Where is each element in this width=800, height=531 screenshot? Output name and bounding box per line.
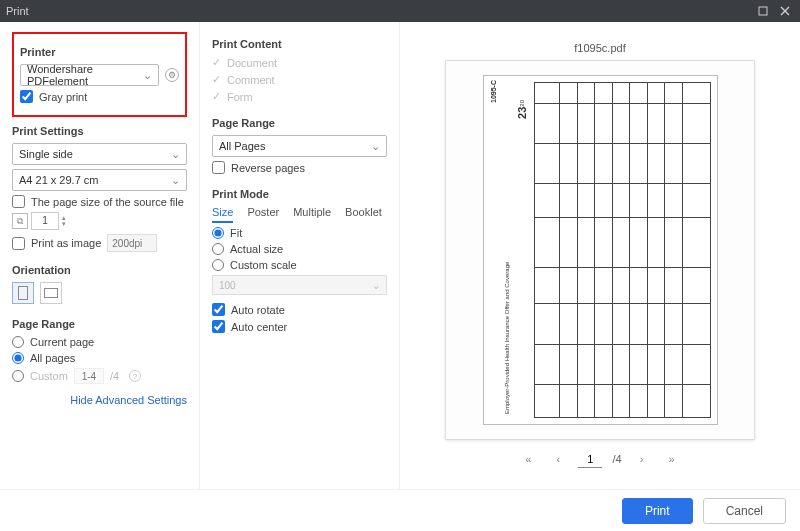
- printer-select[interactable]: Wondershare PDFelement ⌄: [20, 64, 159, 86]
- gray-print-label: Gray print: [39, 91, 87, 103]
- page-range-right-heading: Page Range: [212, 117, 387, 129]
- current-page-radio[interactable]: [12, 336, 24, 348]
- current-page-label: Current page: [30, 336, 94, 348]
- title-bar: Print: [0, 0, 800, 22]
- print-as-image-checkbox[interactable]: [12, 237, 25, 250]
- custom-range-label: Custom: [30, 370, 68, 382]
- preview-grid: [534, 82, 711, 418]
- print-settings-heading: Print Settings: [12, 125, 187, 137]
- fit-label: Fit: [230, 227, 242, 239]
- preview-filename: f1095c.pdf: [574, 42, 625, 54]
- page-range-selected-label: All Pages: [219, 140, 265, 152]
- window-close-icon[interactable]: [776, 2, 794, 20]
- dpi-input: [107, 234, 157, 252]
- footer: Print Cancel: [0, 489, 800, 531]
- content-comment-label: Comment: [227, 74, 275, 86]
- printer-settings-icon[interactable]: ⚙: [165, 68, 179, 82]
- custom-range-radio[interactable]: [12, 370, 24, 382]
- copies-input[interactable]: 1: [31, 212, 59, 230]
- window-title: Print: [6, 5, 29, 17]
- content-form-label: Form: [227, 91, 253, 103]
- preview-panel: f1095c.pdf 1095-C Employer-Provided Heal…: [400, 22, 800, 489]
- custom-scale-value: 100: [219, 280, 236, 291]
- fit-radio[interactable]: [212, 227, 224, 239]
- print-as-image-label: Print as image: [31, 237, 101, 249]
- form-title: Employer-Provided Health Insurance Offer…: [504, 84, 510, 414]
- check-icon: ✓: [212, 90, 221, 103]
- tab-booklet[interactable]: Booklet: [345, 206, 382, 223]
- printer-highlight-box: Printer Wondershare PDFelement ⌄ ⚙ Gray …: [12, 32, 187, 117]
- page-range-select[interactable]: All Pages ⌄: [212, 135, 387, 157]
- cancel-button[interactable]: Cancel: [703, 498, 786, 524]
- auto-rotate-label: Auto rotate: [231, 304, 285, 316]
- chevron-down-icon: ⌄: [171, 148, 180, 161]
- hide-advanced-link[interactable]: Hide Advanced Settings: [12, 394, 187, 406]
- copies-stepper[interactable]: ▴▾: [62, 215, 66, 227]
- source-size-checkbox[interactable]: [12, 195, 25, 208]
- printer-heading: Printer: [20, 46, 179, 58]
- auto-rotate-checkbox[interactable]: [212, 303, 225, 316]
- check-icon: ✓: [212, 56, 221, 69]
- chevron-down-icon: ⌄: [372, 280, 380, 291]
- all-pages-radio[interactable]: [12, 352, 24, 364]
- tab-multiple[interactable]: Multiple: [293, 206, 331, 223]
- printer-selected-label: Wondershare PDFelement: [27, 63, 143, 87]
- print-button[interactable]: Print: [622, 498, 693, 524]
- sides-label: Single side: [19, 148, 73, 160]
- custom-range-total: /4: [110, 370, 119, 382]
- custom-range-input: [74, 368, 104, 384]
- sides-select[interactable]: Single side ⌄: [12, 143, 187, 165]
- orientation-portrait-button[interactable]: [12, 282, 34, 304]
- preview-document: 1095-C Employer-Provided Health Insuranc…: [483, 75, 718, 425]
- page-range-left-heading: Page Range: [12, 318, 187, 330]
- copies-icon: ⧉: [12, 213, 28, 229]
- auto-center-label: Auto center: [231, 321, 287, 333]
- form-year: 2320: [516, 100, 528, 119]
- orientation-heading: Orientation: [12, 264, 187, 276]
- preview-pager: « ‹ /4 › »: [518, 450, 681, 468]
- check-icon: ✓: [212, 73, 221, 86]
- auto-center-checkbox[interactable]: [212, 320, 225, 333]
- paper-size-label: A4 21 x 29.7 cm: [19, 174, 99, 186]
- pager-next-button[interactable]: ›: [632, 450, 652, 468]
- paper-size-select[interactable]: A4 21 x 29.7 cm ⌄: [12, 169, 187, 191]
- pager-prev-button[interactable]: ‹: [548, 450, 568, 468]
- tab-poster[interactable]: Poster: [247, 206, 279, 223]
- pager-first-button[interactable]: «: [518, 450, 538, 468]
- tab-size[interactable]: Size: [212, 206, 233, 223]
- source-size-label: The page size of the source file: [31, 196, 184, 208]
- preview-frame: 1095-C Employer-Provided Health Insuranc…: [445, 60, 755, 440]
- print-content-heading: Print Content: [212, 38, 387, 50]
- middle-panel: Print Content ✓Document ✓Comment ✓Form P…: [200, 22, 400, 489]
- svg-rect-0: [759, 7, 767, 15]
- custom-scale-label: Custom scale: [230, 259, 297, 271]
- reverse-pages-label: Reverse pages: [231, 162, 305, 174]
- content-document-label: Document: [227, 57, 277, 69]
- custom-scale-input: 100 ⌄: [212, 275, 387, 295]
- custom-scale-radio[interactable]: [212, 259, 224, 271]
- orientation-landscape-button[interactable]: [40, 282, 62, 304]
- print-mode-heading: Print Mode: [212, 188, 387, 200]
- reverse-pages-checkbox[interactable]: [212, 161, 225, 174]
- left-panel: Printer Wondershare PDFelement ⌄ ⚙ Gray …: [0, 22, 200, 489]
- pager-page-input[interactable]: [578, 450, 602, 468]
- form-code: 1095-C: [490, 80, 497, 103]
- chevron-down-icon: ⌄: [143, 69, 152, 82]
- pager-page-total: /4: [612, 453, 621, 465]
- chevron-down-icon: ⌄: [371, 140, 380, 153]
- actual-size-label: Actual size: [230, 243, 283, 255]
- window-maximize-icon[interactable]: [754, 2, 772, 20]
- actual-size-radio[interactable]: [212, 243, 224, 255]
- chevron-down-icon: ⌄: [171, 174, 180, 187]
- pager-last-button[interactable]: »: [662, 450, 682, 468]
- gray-print-checkbox[interactable]: [20, 90, 33, 103]
- all-pages-label: All pages: [30, 352, 75, 364]
- info-icon: ?: [129, 370, 141, 382]
